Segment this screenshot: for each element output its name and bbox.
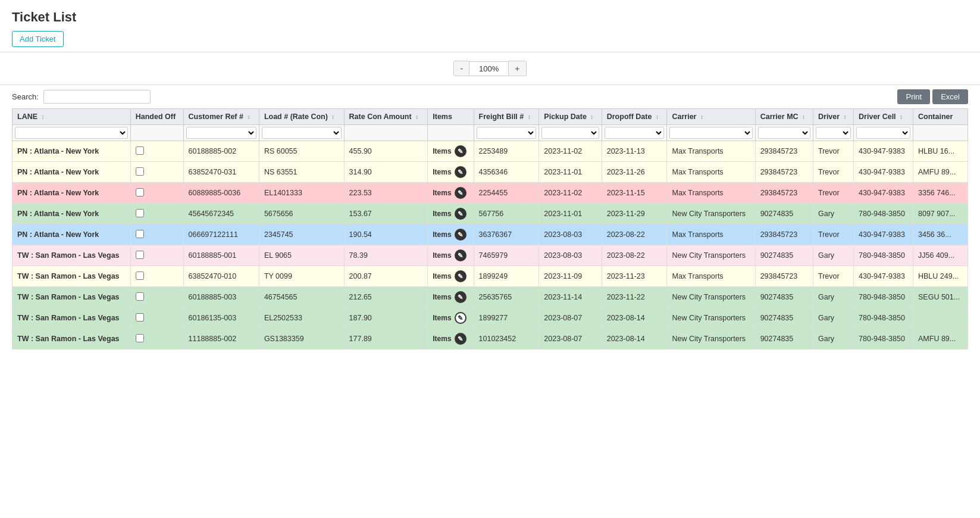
handed-off-checkbox[interactable] [136,188,144,196]
cell-dropoff-date: 2023-11-15 [602,183,667,204]
cell-handed-off[interactable] [130,204,183,224]
search-input[interactable] [43,90,151,104]
cell-items[interactable]: Items ✎ [428,204,474,224]
cell-handed-off[interactable] [130,245,183,266]
cell-load-num: GS1383359 [259,329,344,350]
filter-freight-bill[interactable] [474,125,539,141]
filter-driver-select[interactable] [816,127,851,139]
cell-driver-cell: 780-948-3850 [854,204,913,224]
cell-items[interactable]: Items ✎ [428,308,474,329]
cell-freight-bill: 1899249 [474,266,539,287]
cell-handed-off[interactable] [130,224,183,245]
handed-off-checkbox[interactable] [136,251,144,259]
cell-handed-off[interactable] [130,287,183,308]
items-button[interactable]: Items ✎ [433,208,466,220]
col-lane: LANE ↕ [12,109,131,125]
zoom-out-button[interactable]: - [453,61,469,76]
items-icon: ✎ [455,208,466,220]
filter-driver-cell[interactable] [854,125,913,141]
cell-dropoff-date: 2023-11-23 [602,266,667,287]
cell-pickup-date: 2023-11-01 [539,162,602,183]
cell-carrier: Max Transports [667,141,755,162]
filter-carrier-mc-select[interactable] [758,127,810,139]
cell-dropoff-date: 2023-08-22 [602,224,667,245]
cell-items[interactable]: Items ✎ [428,183,474,204]
items-button[interactable]: Items ✎ [433,229,466,241]
toolbar: - 100% + [0,52,980,85]
filter-pickup-date[interactable] [539,125,602,141]
filter-freight-select[interactable] [477,127,537,139]
filter-lane[interactable] [12,125,131,141]
search-label: Search: [12,92,39,101]
cell-lane: PN : Atlanta - New York [12,224,131,245]
handed-off-checkbox[interactable] [136,292,144,301]
cell-items[interactable]: Items ✎ [428,287,474,308]
cell-customer-ref: 066697122111 [183,224,259,245]
filter-driver[interactable] [813,125,854,141]
cell-handed-off[interactable] [130,162,183,183]
handed-off-checkbox[interactable] [136,230,144,238]
cell-handed-off[interactable] [130,266,183,287]
cell-handed-off[interactable] [130,141,183,162]
items-label: Items [433,210,451,218]
handed-off-checkbox[interactable] [136,313,144,322]
items-button[interactable]: Items ✎ [433,249,466,261]
cell-items[interactable]: Items ✎ [428,329,474,350]
cell-handed-off[interactable] [130,329,183,350]
items-icon: ✎ [455,312,466,324]
table-row: PN : Atlanta - New York 60889885-0036 EL… [12,183,968,204]
cell-freight-bill: 4356346 [474,162,539,183]
cell-container: 3456 36... [913,224,968,245]
cell-driver: Trevor [813,266,854,287]
cell-handed-off[interactable] [130,183,183,204]
cell-items[interactable]: Items ✎ [428,162,474,183]
handed-off-checkbox[interactable] [136,209,144,217]
cell-items[interactable]: Items ✎ [428,266,474,287]
handed-off-checkbox[interactable] [136,146,144,155]
filter-pickup-select[interactable] [541,127,599,139]
handed-off-checkbox[interactable] [136,167,144,176]
handed-off-checkbox[interactable] [136,334,144,342]
items-label: Items [433,314,451,322]
filter-customer-ref-select[interactable] [186,127,256,139]
filter-dropoff-select[interactable] [605,127,665,139]
items-button[interactable]: Items ✎ [433,312,466,324]
cell-items[interactable]: Items ✎ [428,245,474,266]
cell-items[interactable]: Items ✎ [428,141,474,162]
cell-load-num: 2345745 [259,224,344,245]
items-button[interactable]: Items ✎ [433,187,466,199]
items-label: Items [433,335,451,343]
search-bar: Search: Print Excel [0,85,980,108]
filter-lane-select[interactable] [15,127,128,139]
sort-icon-pickup: ↕ [590,114,593,120]
ticket-table: LANE ↕ Handed Off Customer Ref # ↕ Load … [12,108,968,350]
cell-container: AMFU 89... [913,329,968,350]
cell-driver: Trevor [813,141,854,162]
excel-button[interactable]: Excel [932,89,968,104]
cell-carrier: Max Transports [667,162,755,183]
filter-carrier-select[interactable] [669,127,752,139]
items-button[interactable]: Items ✎ [433,145,466,157]
cell-driver-cell: 780-948-3850 [854,287,913,308]
items-button[interactable]: Items ✎ [433,270,466,282]
print-button[interactable]: Print [897,89,930,104]
filter-load-num[interactable] [259,125,344,141]
cell-carrier: New City Transporters [667,308,755,329]
cell-items[interactable]: Items ✎ [428,224,474,245]
items-button[interactable]: Items ✎ [433,166,466,178]
cell-dropoff-date: 2023-11-13 [602,141,667,162]
cell-handed-off[interactable] [130,308,183,329]
handed-off-checkbox[interactable] [136,272,144,280]
items-button[interactable]: Items ✎ [433,333,466,345]
filter-customer-ref[interactable] [183,125,259,141]
cell-container: 8097 907... [913,204,968,224]
filter-dropoff-date[interactable] [602,125,667,141]
filter-driver-cell-select[interactable] [856,127,910,139]
zoom-in-button[interactable]: + [508,61,526,76]
cell-carrier-mc: 90274835 [755,204,813,224]
items-button[interactable]: Items ✎ [433,291,466,303]
add-ticket-button[interactable]: Add Ticket [12,31,64,47]
filter-load-num-select[interactable] [262,127,342,139]
filter-carrier-mc[interactable] [755,125,813,141]
filter-carrier[interactable] [667,125,755,141]
